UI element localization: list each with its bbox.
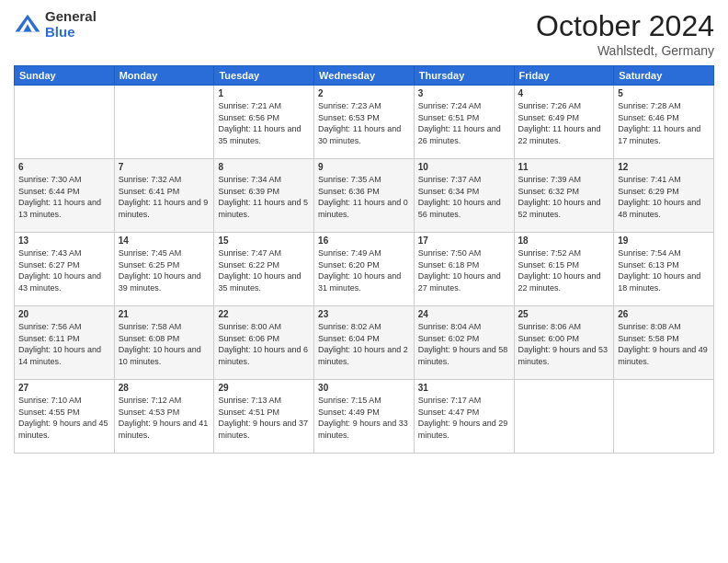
day-number: 16 [318, 236, 410, 246]
daylight-text: Daylight: 11 hours and 9 minutes. [119, 198, 209, 219]
day-number: 1 [218, 88, 310, 98]
day-info: Sunrise: 8:06 AM Sunset: 6:00 PM Dayligh… [518, 321, 610, 367]
day-cell-2-5: 18 Sunrise: 7:52 AM Sunset: 6:15 PM Dayl… [514, 233, 614, 306]
sunrise-text: Sunrise: 8:00 AM [218, 322, 281, 331]
day-cell-0-6: 5 Sunrise: 7:28 AM Sunset: 6:46 PM Dayli… [614, 86, 714, 159]
sunrise-text: Sunrise: 7:13 AM [218, 396, 281, 405]
day-info: Sunrise: 7:41 AM Sunset: 6:29 PM Dayligh… [618, 174, 710, 220]
sunrise-text: Sunrise: 7:10 AM [18, 396, 82, 405]
day-number: 3 [418, 88, 510, 98]
header: General Blue October 2024 Wahlstedt, Ger… [14, 9, 714, 58]
daylight-text: Daylight: 11 hours and 13 minutes. [18, 198, 101, 219]
sunset-text: Sunset: 6:51 PM [418, 113, 480, 122]
sunset-text: Sunset: 6:53 PM [318, 113, 380, 122]
day-info: Sunrise: 7:21 AM Sunset: 6:56 PM Dayligh… [218, 100, 310, 146]
sunset-text: Sunset: 6:08 PM [119, 334, 180, 343]
day-cell-4-6 [614, 380, 714, 454]
day-info: Sunrise: 7:39 AM Sunset: 6:32 PM Dayligh… [518, 174, 610, 220]
day-cell-0-4: 3 Sunrise: 7:24 AM Sunset: 6:51 PM Dayli… [414, 86, 514, 159]
daylight-text: Daylight: 10 hours and 6 minutes. [218, 345, 308, 366]
page: General Blue October 2024 Wahlstedt, Ger… [0, 0, 728, 563]
day-number: 30 [318, 383, 410, 393]
daylight-text: Daylight: 10 hours and 18 minutes. [618, 271, 700, 293]
sunset-text: Sunset: 6:49 PM [518, 113, 580, 122]
day-cell-0-2: 1 Sunrise: 7:21 AM Sunset: 6:56 PM Dayli… [214, 86, 314, 159]
day-info: Sunrise: 7:49 AM Sunset: 6:20 PM Dayligh… [318, 247, 410, 293]
sunset-text: Sunset: 6:27 PM [18, 260, 80, 270]
day-number: 25 [518, 309, 610, 319]
header-thursday: Thursday [414, 66, 514, 86]
day-number: 2 [318, 88, 410, 98]
day-cell-0-0 [15, 86, 115, 159]
day-number: 8 [218, 162, 310, 172]
sunrise-text: Sunrise: 7:28 AM [618, 101, 681, 110]
location: Wahlstedt, Germany [536, 43, 714, 58]
sunset-text: Sunset: 6:00 PM [518, 334, 580, 343]
daylight-text: Daylight: 9 hours and 49 minutes. [618, 345, 708, 366]
sunrise-text: Sunrise: 7:17 AM [418, 396, 482, 405]
weekday-header-row: Sunday Monday Tuesday Wednesday Thursday… [15, 66, 714, 86]
sunset-text: Sunset: 6:44 PM [18, 187, 80, 196]
day-number: 17 [418, 236, 510, 246]
sunset-text: Sunset: 6:15 PM [518, 260, 580, 270]
daylight-text: Daylight: 9 hours and 37 minutes. [218, 419, 308, 440]
day-number: 10 [418, 162, 510, 172]
sunrise-text: Sunrise: 7:24 AM [418, 101, 482, 110]
day-cell-1-1: 7 Sunrise: 7:32 AM Sunset: 6:41 PM Dayli… [114, 159, 214, 233]
day-cell-2-4: 17 Sunrise: 7:50 AM Sunset: 6:18 PM Dayl… [414, 233, 514, 306]
day-info: Sunrise: 7:43 AM Sunset: 6:27 PM Dayligh… [18, 247, 110, 293]
day-info: Sunrise: 8:00 AM Sunset: 6:06 PM Dayligh… [218, 321, 310, 367]
week-row-3: 20 Sunrise: 7:56 AM Sunset: 6:11 PM Dayl… [15, 306, 714, 380]
daylight-text: Daylight: 10 hours and 31 minutes. [318, 271, 401, 293]
sunset-text: Sunset: 4:53 PM [119, 408, 180, 417]
daylight-text: Daylight: 9 hours and 45 minutes. [18, 419, 108, 440]
calendar-table: Sunday Monday Tuesday Wednesday Thursday… [14, 65, 714, 454]
logo: General Blue [14, 9, 97, 40]
day-cell-1-3: 9 Sunrise: 7:35 AM Sunset: 6:36 PM Dayli… [314, 159, 415, 233]
sunset-text: Sunset: 4:47 PM [418, 408, 480, 417]
daylight-text: Daylight: 11 hours and 35 minutes. [218, 124, 301, 145]
sunrise-text: Sunrise: 7:49 AM [318, 248, 381, 258]
day-cell-4-1: 28 Sunrise: 7:12 AM Sunset: 4:53 PM Dayl… [114, 380, 214, 454]
day-cell-3-4: 24 Sunrise: 8:04 AM Sunset: 6:02 PM Dayl… [414, 306, 514, 380]
day-cell-4-5 [514, 380, 614, 454]
day-number: 26 [618, 309, 710, 319]
sunset-text: Sunset: 6:29 PM [618, 187, 679, 196]
month-title: October 2024 [536, 9, 714, 43]
sunrise-text: Sunrise: 7:41 AM [618, 175, 681, 184]
sunrise-text: Sunrise: 7:34 AM [218, 175, 281, 184]
sunset-text: Sunset: 6:20 PM [318, 260, 380, 270]
day-number: 27 [18, 383, 110, 393]
daylight-text: Daylight: 9 hours and 33 minutes. [318, 419, 408, 440]
sunrise-text: Sunrise: 7:47 AM [218, 248, 281, 258]
daylight-text: Daylight: 10 hours and 2 minutes. [318, 345, 408, 366]
day-info: Sunrise: 7:32 AM Sunset: 6:41 PM Dayligh… [119, 174, 210, 220]
sunset-text: Sunset: 4:51 PM [218, 408, 279, 417]
day-number: 11 [518, 162, 610, 172]
day-info: Sunrise: 7:28 AM Sunset: 6:46 PM Dayligh… [618, 100, 710, 146]
daylight-text: Daylight: 11 hours and 5 minutes. [218, 198, 308, 219]
day-info: Sunrise: 7:13 AM Sunset: 4:51 PM Dayligh… [218, 395, 310, 441]
sunrise-text: Sunrise: 7:58 AM [119, 322, 182, 331]
day-number: 24 [418, 309, 510, 319]
daylight-text: Daylight: 11 hours and 0 minutes. [318, 198, 408, 219]
week-row-1: 6 Sunrise: 7:30 AM Sunset: 6:44 PM Dayli… [15, 159, 714, 233]
sunset-text: Sunset: 6:06 PM [218, 334, 279, 343]
day-number: 6 [18, 162, 110, 172]
sunrise-text: Sunrise: 7:37 AM [418, 175, 482, 184]
day-cell-4-2: 29 Sunrise: 7:13 AM Sunset: 4:51 PM Dayl… [214, 380, 314, 454]
day-number: 23 [318, 309, 410, 319]
sunset-text: Sunset: 6:41 PM [119, 187, 180, 196]
day-info: Sunrise: 7:35 AM Sunset: 6:36 PM Dayligh… [318, 174, 410, 220]
day-info: Sunrise: 7:45 AM Sunset: 6:25 PM Dayligh… [119, 247, 210, 293]
day-info: Sunrise: 8:08 AM Sunset: 5:58 PM Dayligh… [618, 321, 710, 367]
sunrise-text: Sunrise: 7:21 AM [218, 101, 281, 110]
day-info: Sunrise: 7:24 AM Sunset: 6:51 PM Dayligh… [418, 100, 510, 146]
daylight-text: Daylight: 10 hours and 14 minutes. [18, 345, 101, 366]
day-number: 7 [119, 162, 210, 172]
sunset-text: Sunset: 6:36 PM [318, 187, 380, 196]
daylight-text: Daylight: 10 hours and 39 minutes. [119, 271, 201, 293]
sunrise-text: Sunrise: 8:08 AM [618, 322, 681, 331]
sunset-text: Sunset: 6:34 PM [418, 187, 480, 196]
day-info: Sunrise: 7:15 AM Sunset: 4:49 PM Dayligh… [318, 395, 410, 441]
